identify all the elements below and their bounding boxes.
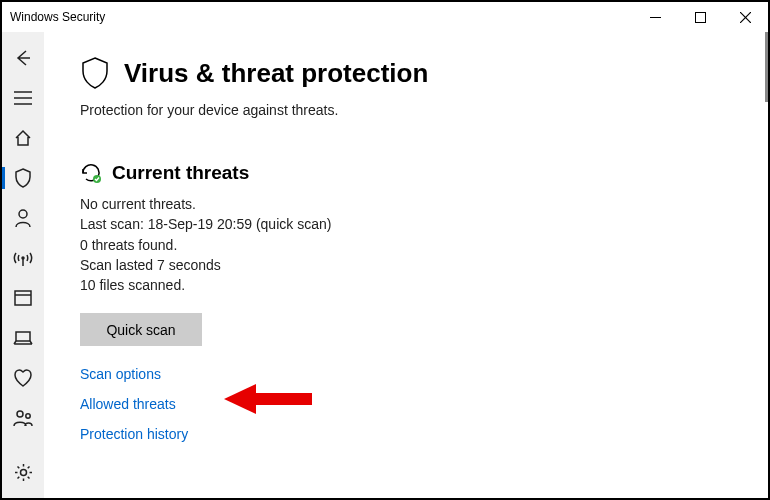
svg-point-8: [22, 257, 24, 259]
titlebar: Windows Security: [2, 2, 768, 32]
hamburger-icon: [14, 91, 32, 105]
scan-options-link[interactable]: Scan options: [80, 366, 768, 382]
sidebar-item-device-security[interactable]: [2, 318, 44, 358]
page-title: Virus & threat protection: [124, 58, 428, 89]
back-arrow-icon: [13, 48, 33, 68]
sidebar-item-device-performance[interactable]: [2, 358, 44, 398]
antenna-icon: [13, 249, 33, 267]
close-icon: [740, 12, 751, 23]
gear-icon: [14, 463, 33, 482]
threat-status: No current threats.: [80, 194, 768, 214]
section-heading: Current threats: [112, 162, 249, 184]
home-icon: [14, 129, 32, 147]
quick-scan-button[interactable]: Quick scan: [80, 313, 202, 346]
shield-icon: [14, 168, 32, 188]
sidebar-item-virus-protection[interactable]: [2, 158, 44, 198]
svg-point-14: [20, 469, 26, 475]
close-button[interactable]: [723, 2, 768, 32]
menu-button[interactable]: [2, 78, 44, 118]
svg-rect-1: [696, 12, 706, 22]
back-button[interactable]: [2, 38, 44, 78]
svg-point-7: [19, 210, 27, 218]
laptop-icon: [13, 331, 33, 345]
scrollbar[interactable]: [765, 32, 768, 102]
sidebar-item-firewall[interactable]: [2, 238, 44, 278]
sidebar: [2, 32, 44, 498]
heart-pulse-icon: [13, 369, 33, 387]
minimize-button[interactable]: [633, 2, 678, 32]
sidebar-item-account-protection[interactable]: [2, 198, 44, 238]
allowed-threats-link[interactable]: Allowed threats: [80, 396, 768, 412]
minimize-icon: [650, 12, 661, 23]
sidebar-item-family-options[interactable]: [2, 398, 44, 438]
sidebar-item-home[interactable]: [2, 118, 44, 158]
main-content: Virus & threat protection Protection for…: [44, 32, 768, 498]
svg-rect-9: [15, 291, 31, 305]
svg-rect-11: [16, 332, 30, 341]
window-icon: [14, 290, 32, 306]
svg-point-13: [26, 414, 30, 418]
sidebar-item-settings[interactable]: [2, 452, 44, 492]
maximize-icon: [695, 12, 706, 23]
svg-point-12: [17, 411, 23, 417]
people-icon: [12, 409, 34, 427]
shield-icon: [80, 56, 110, 90]
current-threats-section: Current threats No current threats. Last…: [80, 162, 768, 442]
page-subtitle: Protection for your device against threa…: [80, 102, 768, 118]
last-scan-info: Last scan: 18-Sep-19 20:59 (quick scan): [80, 214, 768, 234]
sidebar-item-app-browser[interactable]: [2, 278, 44, 318]
protection-history-link[interactable]: Protection history: [80, 426, 768, 442]
refresh-shield-icon: [80, 162, 102, 184]
threats-found-count: 0 threats found.: [80, 235, 768, 255]
person-icon: [14, 208, 32, 228]
scan-duration: Scan lasted 7 seconds: [80, 255, 768, 275]
files-scanned-count: 10 files scanned.: [80, 275, 768, 295]
maximize-button[interactable]: [678, 2, 723, 32]
window-title: Windows Security: [10, 10, 105, 24]
